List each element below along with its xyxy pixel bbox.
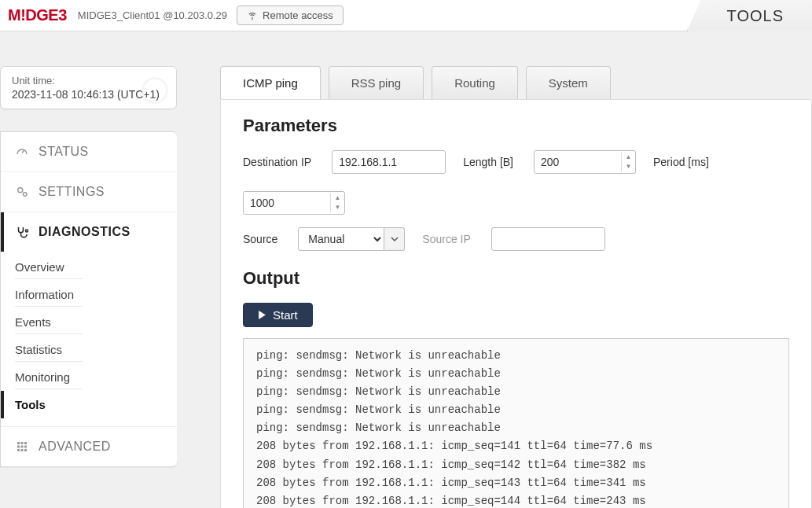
nav-sub-information[interactable]: Information bbox=[1, 281, 177, 308]
source-ip-label: Source IP bbox=[422, 233, 470, 245]
period-spin-buttons[interactable]: ▲▼ bbox=[330, 193, 344, 212]
header-tools-label: TOOLS bbox=[727, 7, 784, 25]
output-heading: Output bbox=[243, 268, 789, 289]
param-row-1: Destination IP Length [B] ▲▼ Period [ms]… bbox=[243, 150, 789, 215]
nav-sub-monitoring[interactable]: Monitoring bbox=[1, 363, 177, 391]
sidebar: Unit time: 2023-11-08 10:46:13 (UTC+1) S… bbox=[0, 66, 177, 467]
unit-time-card: Unit time: 2023-11-08 10:46:13 (UTC+1) bbox=[0, 66, 177, 109]
nav-section-settings[interactable]: SETTINGS bbox=[1, 171, 177, 212]
tab-icmp-ping[interactable]: ICMP ping bbox=[220, 66, 321, 99]
nav-section-diagnostics[interactable]: DIAGNOSTICS bbox=[1, 212, 177, 252]
parameters-heading: Parameters bbox=[243, 116, 789, 136]
topbar: M!DGE3 MIDGE3_Client01 @10.203.0.29 Remo… bbox=[0, 0, 812, 31]
dest-ip-label: Destination IP bbox=[243, 156, 311, 168]
tab-system[interactable]: System bbox=[526, 66, 611, 99]
tab-routing[interactable]: Routing bbox=[432, 66, 518, 99]
nav: STATUS SETTINGS DIAGNOSTICS Overview Inf… bbox=[0, 131, 177, 467]
nav-sub-overview[interactable]: Overview bbox=[1, 253, 177, 281]
nav-section-status-label: STATUS bbox=[39, 145, 89, 159]
remote-access-button[interactable]: Remote access bbox=[237, 6, 344, 25]
start-button-label: Start bbox=[273, 308, 298, 322]
nav-diagnostics-submenu: Overview Information Events Statistics M… bbox=[1, 252, 177, 426]
play-icon bbox=[258, 311, 266, 319]
period-label: Period [ms] bbox=[653, 156, 709, 168]
chevron-down-icon[interactable]: ▼ bbox=[331, 203, 344, 212]
gears-icon bbox=[15, 185, 29, 199]
nav-sub-tools[interactable]: Tools bbox=[1, 391, 177, 418]
gauge-icon bbox=[15, 145, 29, 159]
tab-rss-ping[interactable]: RSS ping bbox=[329, 66, 424, 99]
remote-access-label: Remote access bbox=[263, 9, 333, 21]
brand-logo: M!DGE3 bbox=[8, 6, 67, 24]
nav-section-settings-label: SETTINGS bbox=[39, 185, 105, 199]
source-select[interactable]: Manual bbox=[298, 227, 384, 251]
nav-section-advanced[interactable]: ADVANCED bbox=[1, 426, 177, 466]
length-input[interactable] bbox=[535, 151, 621, 173]
length-spin-buttons[interactable]: ▲▼ bbox=[621, 153, 635, 171]
stethoscope-icon bbox=[15, 225, 29, 239]
unit-time-label: Unit time: bbox=[12, 75, 165, 87]
chevron-down-icon bbox=[391, 235, 399, 243]
source-ip-input[interactable] bbox=[491, 227, 605, 251]
svg-point-1 bbox=[24, 193, 28, 197]
length-label: Length [B] bbox=[463, 156, 513, 168]
tool-panel: Parameters Destination IP Length [B] ▲▼ … bbox=[220, 99, 812, 508]
period-spinbox[interactable]: ▲▼ bbox=[243, 191, 345, 215]
nav-section-diagnostics-label: DIAGNOSTICS bbox=[39, 225, 130, 239]
svg-point-0 bbox=[18, 188, 23, 193]
unit-time-value: 2023-11-08 10:46:13 (UTC+1) bbox=[12, 88, 165, 101]
nav-sub-statistics[interactable]: Statistics bbox=[1, 336, 177, 363]
chevron-up-icon[interactable]: ▲ bbox=[331, 193, 344, 203]
length-spinbox[interactable]: ▲▼ bbox=[534, 150, 636, 174]
nav-sub-events[interactable]: Events bbox=[1, 308, 177, 336]
grid-icon bbox=[15, 440, 29, 454]
source-dropdown-button[interactable] bbox=[384, 227, 405, 251]
svg-point-2 bbox=[26, 230, 28, 232]
nav-section-status[interactable]: STATUS bbox=[1, 132, 177, 171]
output-console[interactable]: ping: sendmsg: Network is unreachable pi… bbox=[243, 338, 789, 508]
param-row-2: Source Manual Source IP bbox=[243, 227, 789, 251]
chevron-down-icon[interactable]: ▼ bbox=[622, 162, 635, 171]
dest-ip-input[interactable] bbox=[332, 150, 446, 174]
tool-tabs: ICMP ping RSS ping Routing System bbox=[220, 66, 812, 99]
chevron-up-icon[interactable]: ▲ bbox=[622, 153, 635, 162]
start-button[interactable]: Start bbox=[243, 303, 313, 327]
header-tools-tab[interactable]: TOOLS bbox=[687, 0, 812, 31]
period-input[interactable] bbox=[244, 192, 330, 214]
source-select-wrap[interactable]: Manual bbox=[298, 227, 405, 251]
antenna-icon bbox=[247, 10, 258, 21]
source-label: Source bbox=[243, 233, 277, 245]
device-id: MIDGE3_Client01 @10.203.0.29 bbox=[78, 9, 227, 21]
main: ICMP ping RSS ping Routing System Parame… bbox=[220, 66, 812, 508]
nav-section-advanced-label: ADVANCED bbox=[39, 440, 111, 454]
